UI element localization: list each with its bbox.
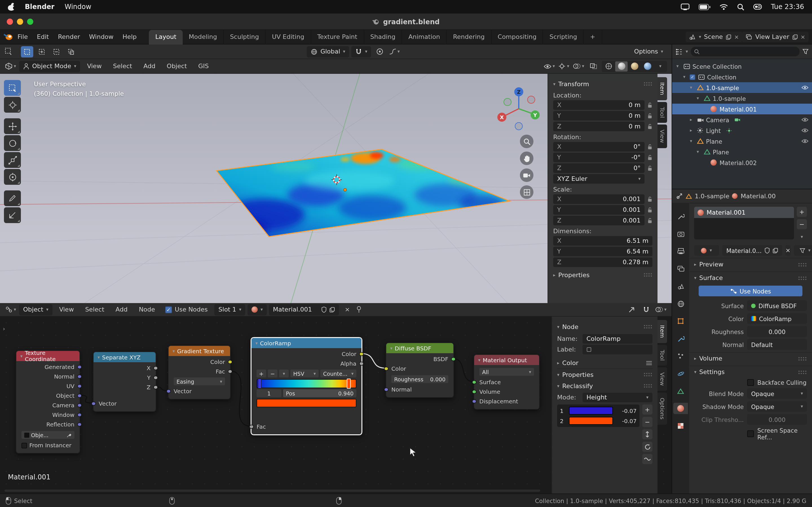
target-dropdown[interactable]: All▾: [479, 368, 534, 376]
socket-volume[interactable]: [472, 390, 476, 394]
tab-object-data[interactable]: [673, 385, 688, 397]
remove-view-layer-icon[interactable]: ×: [801, 34, 805, 40]
panel-grip[interactable]: [798, 276, 807, 280]
socket-color[interactable]: [384, 367, 388, 371]
horizontal-scrollbar[interactable]: [4, 490, 540, 492]
editor-type-properties-icon[interactable]: [676, 193, 683, 200]
sh-menu-add[interactable]: Add: [111, 302, 132, 317]
select-mode-intersect-icon[interactable]: [65, 46, 77, 57]
editor-type-shader-icon[interactable]: ▾: [4, 304, 17, 315]
tab-view[interactable]: View: [658, 367, 667, 391]
node-material-output[interactable]: ▾Material Output All▾ Surface Volume Dis…: [474, 354, 540, 409]
node-texture-coordinate[interactable]: ▾Texture Coordinate Generated Normal UV …: [16, 350, 80, 453]
socket-vector[interactable]: [91, 401, 96, 406]
dimensions-x-field[interactable]: X6.51 m: [553, 236, 652, 245]
heightmap-plane[interactable]: [211, 144, 516, 243]
outliner-row-material-001[interactable]: Material.001: [672, 104, 812, 114]
vp-menu-add[interactable]: Add: [139, 59, 160, 73]
move-rows-icon[interactable]: [642, 429, 652, 439]
eye-icon[interactable]: [801, 128, 809, 133]
node-gradient-texture[interactable]: ▾Gradient Texture Color Fac Easing▾ Vect…: [168, 345, 231, 399]
shader-type-dropdown[interactable]: Object▾: [19, 304, 52, 315]
panel-grip[interactable]: [644, 82, 652, 86]
surface-section-header[interactable]: ▾Surface: [689, 272, 812, 284]
outliner-row-object-sample[interactable]: ▾ 1.0-sample: [672, 82, 812, 93]
shading-rendered-icon[interactable]: [641, 61, 654, 71]
scene-selector[interactable]: ▾ Scene ×: [686, 32, 742, 42]
menu-window[interactable]: Window: [85, 30, 118, 44]
gradient-type-dropdown[interactable]: Easing▾: [174, 378, 225, 385]
lock-icon[interactable]: [647, 207, 652, 213]
node-header[interactable]: ▾Separate XYZ: [94, 352, 156, 362]
normal-input-button[interactable]: Default: [747, 339, 807, 350]
material-name-field[interactable]: Material.0...: [722, 245, 782, 256]
stop-index-field[interactable]: 1: [257, 389, 282, 397]
unlink-scene-icon[interactable]: ×: [734, 34, 739, 40]
menu-window[interactable]: Window: [64, 3, 91, 11]
rotation-z-field[interactable]: Z0°: [553, 163, 645, 173]
reclassify-row[interactable]: 1 -0.07: [558, 406, 638, 416]
lock-icon[interactable]: [647, 165, 652, 171]
tab-object[interactable]: [673, 316, 688, 327]
panel-grip[interactable]: [644, 273, 652, 277]
socket-surface[interactable]: [472, 380, 476, 384]
browse-material-dropdown[interactable]: ▾: [694, 245, 719, 256]
blend-mode-dropdown[interactable]: Opaque▾: [747, 388, 807, 399]
node-header[interactable]: ▾Material Output: [474, 355, 539, 365]
pin-icon[interactable]: [356, 306, 362, 313]
tool-move[interactable]: [4, 118, 21, 134]
tab-texture[interactable]: [673, 420, 688, 432]
lock-icon[interactable]: [647, 217, 652, 224]
lock-icon[interactable]: [647, 102, 652, 108]
blender-logo-icon[interactable]: [3, 33, 13, 41]
tab-tool[interactable]: Tool: [658, 345, 667, 366]
tab-scene[interactable]: [673, 281, 688, 292]
workspace-tab-scripting[interactable]: Scripting: [543, 30, 584, 44]
viewport-3d[interactable]: User Perspective (360) Collection | 1.0-…: [0, 74, 672, 303]
falloff-dropdown-icon[interactable]: ▾: [388, 46, 401, 57]
tab-particles[interactable]: [673, 350, 688, 362]
backface-culling-toggle[interactable]: Backface Culling: [747, 379, 807, 386]
breadcrumb-material[interactable]: Material.00: [741, 192, 776, 200]
from-instancer-row[interactable]: From Instancer: [16, 441, 80, 450]
lock-icon[interactable]: [647, 154, 652, 161]
tool-transform[interactable]: [4, 169, 21, 185]
shader-node-editor[interactable]: › ▾Texture Coordinate Generated Normal U…: [0, 317, 672, 494]
workspace-tab-shading[interactable]: Shading: [364, 30, 402, 44]
remove-slot-button[interactable]: −: [797, 219, 807, 229]
location-y-field[interactable]: Y0 m: [553, 111, 645, 121]
from-instancer-checkbox[interactable]: [21, 443, 27, 448]
panel-grip[interactable]: [798, 356, 807, 361]
outliner-row-mesh-data[interactable]: ▾ 1.0-sample: [672, 93, 812, 104]
list-icon[interactable]: [646, 360, 652, 365]
properties-panel-header[interactable]: ▸ Properties: [553, 269, 652, 281]
use-nodes-checkbox[interactable]: ✓: [165, 306, 172, 313]
roughness-slider[interactable]: Roughness0.000: [391, 375, 448, 383]
tab-tool[interactable]: [673, 211, 688, 222]
menu-bar-clock[interactable]: Tue 23:36: [771, 3, 804, 11]
tab-view[interactable]: View: [658, 124, 667, 148]
copy-material-icon[interactable]: [329, 307, 335, 313]
material-name-field[interactable]: Material.001: [269, 304, 339, 315]
workspace-tab-sculpting[interactable]: Sculpting: [224, 30, 266, 44]
stop-position-slider[interactable]: Pos 0.940: [283, 389, 356, 397]
breadcrumb-object[interactable]: 1.0-sample: [695, 192, 729, 200]
menu-file[interactable]: File: [13, 30, 33, 44]
socket-displacement[interactable]: [472, 399, 476, 403]
add-slot-button[interactable]: +: [797, 207, 807, 217]
transform-panel-header[interactable]: ▾ Transform: [553, 78, 652, 90]
outliner-row-camera[interactable]: ▸ Camera: [672, 114, 812, 125]
node-header[interactable]: ▾Texture Coordinate: [16, 351, 80, 361]
outliner-row-material-002[interactable]: Material.002: [672, 157, 812, 168]
tool-annotate[interactable]: [4, 190, 21, 206]
vp-menu-gis[interactable]: GIS: [194, 59, 213, 73]
display-icon[interactable]: [680, 3, 690, 10]
panel-grip[interactable]: [644, 372, 652, 377]
rotation-x-field[interactable]: X0°: [553, 142, 645, 152]
dimensions-y-field[interactable]: Y6.54 m: [553, 247, 652, 256]
sh-menu-node[interactable]: Node: [134, 302, 159, 317]
scale-z-field[interactable]: Z0.001: [553, 216, 645, 225]
workspace-tab-compositing[interactable]: Compositing: [492, 30, 543, 44]
panel-grip[interactable]: [798, 262, 807, 267]
collection-checkbox[interactable]: ✓: [690, 74, 695, 80]
